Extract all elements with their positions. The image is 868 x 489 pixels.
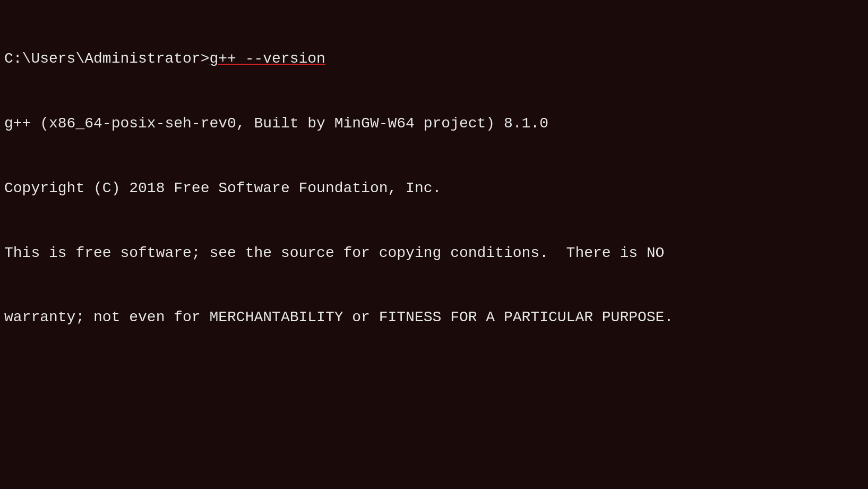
empty-line-2 xyxy=(4,436,864,458)
output-line-3: Copyright (C) 2018 Free Software Foundat… xyxy=(4,180,441,196)
output-line-5: warranty; not even for MERCHANTABILITY o… xyxy=(4,309,673,325)
terminal-line-1: C:\Users\Administrator>g++ --version xyxy=(4,48,864,70)
empty-line-1 xyxy=(4,372,864,393)
terminal-line-3: Copyright (C) 2018 Free Software Foundat… xyxy=(4,178,864,200)
terminal-line-5: warranty; not even for MERCHANTABILITY o… xyxy=(4,307,864,329)
prompt-1: C:\Users\Administrator> xyxy=(4,50,209,67)
command-gpp: g++ --version xyxy=(209,50,325,67)
output-line-2: g++ (x86_64-posix-seh-rev0, Built by Min… xyxy=(4,115,548,132)
terminal-line-2: g++ (x86_64-posix-seh-rev0, Built by Min… xyxy=(4,113,864,135)
terminal-window: C:\Users\Administrator>g++ --version g++… xyxy=(4,5,864,489)
terminal-line-4: This is free software; see the source fo… xyxy=(4,243,864,264)
output-line-4: This is free software; see the source fo… xyxy=(4,245,664,261)
